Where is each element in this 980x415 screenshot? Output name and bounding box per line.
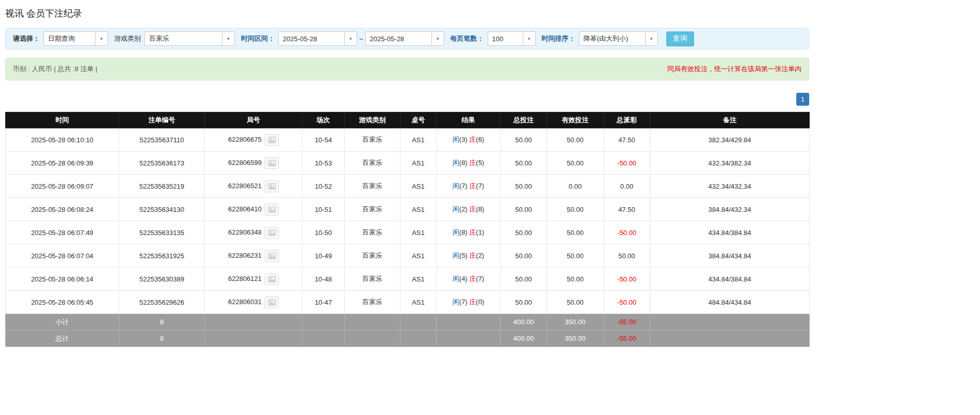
footer-empty-table (400, 330, 437, 347)
cell-round-id: 622806121 (205, 268, 302, 291)
table-body: 2025-05-28 06:10:10 522535637110 6228066… (6, 128, 810, 314)
table-row: 2025-05-28 06:06:14 522535630389 6228061… (6, 268, 810, 291)
column-header: 注单编号 (119, 112, 205, 128)
result-player-value: (2) (459, 205, 468, 213)
cell-round-id: 622806348 (205, 221, 302, 244)
round-replay-button[interactable] (265, 296, 279, 308)
search-button[interactable]: 查询 (666, 31, 694, 46)
round-replay-button[interactable] (265, 273, 279, 285)
cell-time: 2025-05-28 06:08:24 (6, 198, 119, 221)
total-bet-link[interactable]: 50.00 (501, 128, 547, 152)
page-size-input[interactable] (488, 31, 523, 46)
cell-game-type: 百家乐 (345, 291, 400, 314)
result-banker-value: (5) (476, 159, 484, 167)
cell-time: 2025-05-28 06:10:10 (6, 128, 119, 152)
cell-payout: -50.00 (604, 221, 650, 244)
cell-time: 2025-05-28 06:05:45 (6, 291, 119, 314)
cell-bet-id: 522535637110 (119, 128, 205, 152)
query-type-input[interactable] (43, 31, 95, 46)
cell-time: 2025-05-28 06:07:04 (6, 244, 119, 268)
footer-empty-game (345, 330, 400, 347)
replay-image-icon (268, 206, 276, 213)
chevron-down-icon: ▼ (649, 37, 653, 41)
round-replay-button[interactable] (265, 227, 279, 239)
round-replay-button[interactable] (265, 250, 279, 262)
total-bet-link[interactable]: 50.00 (501, 152, 547, 175)
cell-valid-bet: 50.00 (547, 152, 604, 175)
page-size-dropdown-arrow[interactable]: ▼ (523, 31, 536, 46)
result-banker-label: 庄 (469, 275, 476, 283)
game-type-dropdown-arrow[interactable]: ▼ (222, 31, 235, 46)
date-from-dropdown-arrow[interactable]: ▼ (344, 31, 357, 46)
cell-bet-id: 522535634130 (119, 198, 205, 221)
cell-valid-bet: 0.00 (547, 175, 604, 198)
footer-empty-remark (650, 314, 810, 330)
cell-bet-id: 522535630389 (119, 268, 205, 291)
result-banker-value: (6) (476, 136, 484, 143)
total-bet-link[interactable]: 50.00 (501, 244, 547, 268)
date-to-input[interactable] (365, 31, 431, 46)
result-player-label: 闲 (453, 205, 459, 213)
cell-valid-bet: 50.00 (547, 198, 604, 221)
round-replay-button[interactable] (265, 180, 279, 192)
cell-session: 10-54 (302, 128, 345, 152)
footer-empty-round (205, 330, 302, 347)
total-bet-link[interactable]: 50.00 (501, 198, 547, 221)
total-bet-link[interactable]: 50.00 (501, 291, 547, 314)
cell-session: 10-48 (302, 268, 345, 291)
sort-input[interactable] (579, 31, 645, 46)
cell-time: 2025-05-28 06:07:49 (6, 221, 119, 244)
result-player-label: 闲 (453, 136, 459, 143)
cell-time: 2025-05-28 06:06:14 (6, 268, 119, 291)
cell-round-id: 622806675 (205, 128, 302, 152)
cell-remark: 434.84/384.84 (650, 221, 810, 244)
column-header: 时间 (6, 112, 119, 128)
round-replay-button[interactable] (265, 157, 279, 169)
result-banker-value: (7) (476, 182, 484, 190)
footer-payout: -55.00 (604, 330, 650, 347)
result-player-label: 闲 (453, 298, 459, 306)
footer-count: 8 (119, 330, 205, 347)
cell-valid-bet: 50.00 (547, 244, 604, 268)
date-from-input[interactable] (278, 31, 344, 46)
footer-label: 总计 (6, 330, 119, 347)
result-player-label: 闲 (453, 228, 459, 236)
result-banker-label: 庄 (469, 228, 476, 236)
result-player-label: 闲 (453, 182, 459, 190)
page-size-group: 每页笔数： ▼ (451, 31, 536, 46)
column-header: 游戏类别 (345, 112, 400, 128)
game-type-combobox: ▼ (144, 31, 235, 46)
query-type-combobox: ▼ (43, 31, 108, 46)
cell-session: 10-50 (302, 221, 345, 244)
result-player-label: 闲 (453, 159, 459, 167)
query-type-group: 请选择： ▼ (13, 31, 108, 46)
total-bet-link[interactable]: 50.00 (501, 175, 547, 198)
cell-game-type: 百家乐 (345, 175, 400, 198)
cell-payout: 47.50 (604, 198, 650, 221)
cell-time: 2025-05-28 06:09:39 (6, 152, 119, 175)
date-from-combobox: ▼ (278, 31, 357, 46)
cell-table-no: AS1 (400, 244, 437, 268)
chevron-down-icon: ▼ (349, 37, 353, 41)
query-type-dropdown-arrow[interactable]: ▼ (95, 31, 108, 46)
cell-result: 闲(4) 庄(7) (437, 268, 501, 291)
column-header: 桌号 (400, 112, 437, 128)
game-type-label: 游戏类别 (114, 34, 141, 43)
column-header: 总派彩 (604, 112, 650, 128)
round-replay-button[interactable] (265, 134, 279, 146)
pagination-page-1[interactable]: 1 (796, 93, 809, 106)
result-banker-value: (1) (476, 228, 484, 236)
chevron-down-icon: ▼ (527, 37, 531, 41)
total-bet-link[interactable]: 50.00 (501, 268, 547, 291)
game-type-input[interactable] (144, 31, 222, 46)
round-replay-button[interactable] (265, 204, 279, 215)
result-banker-label: 庄 (469, 159, 476, 167)
cell-table-no: AS1 (400, 152, 437, 175)
cell-game-type: 百家乐 (345, 128, 400, 152)
total-bet-link[interactable]: 50.00 (501, 221, 547, 244)
replay-image-icon (268, 137, 276, 143)
result-player-value: (4) (459, 275, 468, 283)
replay-image-icon (268, 253, 276, 259)
sort-dropdown-arrow[interactable]: ▼ (645, 31, 658, 46)
date-to-dropdown-arrow[interactable]: ▼ (431, 31, 444, 46)
